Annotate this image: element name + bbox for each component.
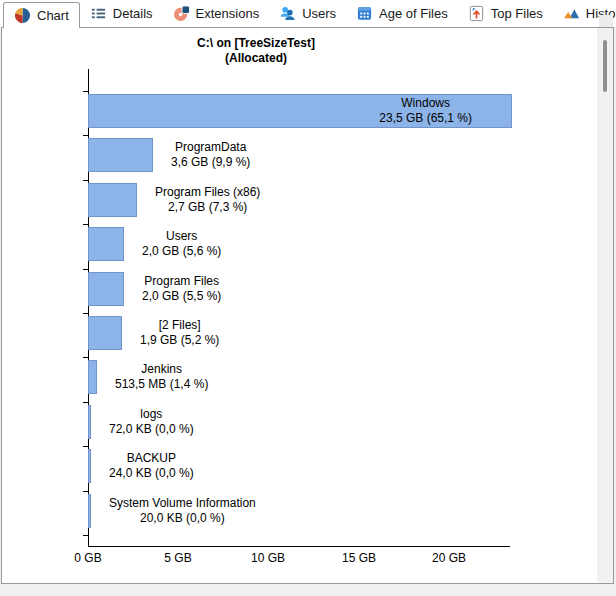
pie-chart-icon <box>14 7 31 24</box>
bar-label: [2 Files]1,9 GB (5,2 %) <box>140 318 219 348</box>
treesize-chart-view: Chart Details <box>0 0 616 596</box>
tab-chart[interactable]: Chart <box>3 2 80 28</box>
bar-label: System Volume Information20,0 KB (0,0 %) <box>109 496 256 526</box>
x-axis-tick-label: 0 GB <box>53 551 123 565</box>
extensions-icon <box>173 5 190 22</box>
y-axis-tick <box>83 269 88 270</box>
bar-users[interactable] <box>88 227 124 261</box>
chart-title-line2: (Allocated) <box>106 51 406 66</box>
x-axis-line <box>88 546 510 547</box>
details-list-icon <box>90 5 107 22</box>
y-axis-tick <box>83 402 88 403</box>
bar-label: Jenkins513,5 MB (1,4 %) <box>115 362 208 392</box>
y-axis-tick <box>83 446 88 447</box>
bar-jenkins[interactable] <box>88 360 97 394</box>
tab-label: Users <box>302 6 336 21</box>
tab-top-files[interactable]: Top Files <box>458 0 553 27</box>
y-axis-tick <box>83 180 88 181</box>
users-icon <box>279 5 296 22</box>
bar-backup[interactable] <box>88 449 91 483</box>
bar-label: Program Files (x86)2,7 GB (7,3 %) <box>155 185 260 215</box>
chart-title: C:\ on [TreeSizeTest] (Allocated) <box>106 36 406 66</box>
tab-users[interactable]: Users <box>269 0 346 27</box>
chart-panel: C:\ on [TreeSizeTest] (Allocated) Window… <box>1 27 614 584</box>
tab-extensions[interactable]: Extensions <box>163 0 270 27</box>
x-axis-tick-label: 5 GB <box>143 551 213 565</box>
bar-label: Program Files2,0 GB (5,5 %) <box>142 274 221 304</box>
chart-title-line1: C:\ on [TreeSizeTest] <box>106 36 406 51</box>
y-axis-tick <box>83 491 88 492</box>
tab-label: Details <box>113 6 153 21</box>
tab-bar: Chart Details <box>0 0 616 27</box>
x-axis-tick-label: 20 GB <box>414 551 484 565</box>
top-files-icon <box>468 5 485 22</box>
bar-label: Users2,0 GB (5,6 %) <box>142 229 221 259</box>
bar-label: ProgramData3,6 GB (9,9 %) <box>171 140 250 170</box>
y-axis-tick <box>83 535 88 536</box>
tab-strip-corner <box>599 15 613 27</box>
bar-logs[interactable] <box>88 405 91 439</box>
x-axis-tick-label: 15 GB <box>324 551 394 565</box>
bar-program-files[interactable] <box>88 272 124 306</box>
tab-label: Top Files <box>491 6 543 21</box>
tab-label: Extensions <box>196 6 260 21</box>
allocated-bar-chart: C:\ on [TreeSizeTest] (Allocated) Window… <box>2 28 613 583</box>
bar-label: BACKUP24,0 KB (0,0 %) <box>109 451 194 481</box>
bar-label: Windows23,5 GB (65,1 %) <box>379 96 472 126</box>
history-icon <box>563 5 580 22</box>
y-axis-tick <box>83 91 88 92</box>
y-axis-tick <box>83 313 88 314</box>
y-axis-tick <box>83 135 88 136</box>
x-axis-tick-label: 10 GB <box>233 551 303 565</box>
scrollbar-thumb[interactable] <box>603 40 607 92</box>
y-axis-tick <box>83 357 88 358</box>
tab-label: Chart <box>37 8 69 23</box>
bar-system-volume-information[interactable] <box>88 494 91 528</box>
tab-age-of-files[interactable]: Age of Files <box>346 0 458 27</box>
bar-2-files[interactable] <box>88 316 122 350</box>
calendar-icon <box>356 5 373 22</box>
bar-program-files-x86[interactable] <box>88 183 137 217</box>
tab-label: Age of Files <box>379 6 448 21</box>
bar-programdata[interactable] <box>88 138 153 172</box>
bar-label: logs72,0 KB (0,0 %) <box>109 407 194 437</box>
tab-details[interactable]: Details <box>80 0 163 27</box>
y-axis-tick <box>83 224 88 225</box>
vertical-scrollbar[interactable] <box>597 28 613 583</box>
